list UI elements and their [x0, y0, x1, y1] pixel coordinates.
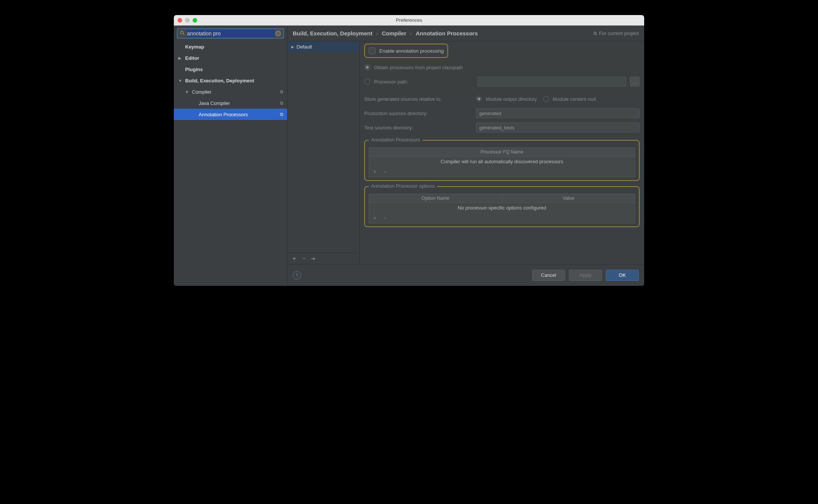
profiles-toolbar: ＋ － ⇥ [287, 253, 359, 264]
browse-button[interactable]: … [630, 77, 640, 87]
ok-button[interactable]: OK [606, 270, 639, 281]
add-processor-button[interactable]: ＋ [372, 168, 378, 175]
remove-option-button[interactable]: － [382, 214, 388, 222]
module-output-radio[interactable] [476, 96, 482, 102]
scope-label: For current project [599, 30, 639, 36]
profile-label: Default [296, 44, 312, 50]
table-header-option-name: Option Name [369, 194, 502, 202]
breadcrumb-item[interactable]: Build, Execution, Deployment [293, 30, 373, 36]
radio-label: Processor path: [374, 79, 474, 85]
titlebar: Preferences [174, 15, 644, 26]
content-row: ▶ Default ＋ － ⇥ Enable annotation proces… [287, 41, 644, 264]
fieldset-legend: Annotation Processors [369, 137, 423, 143]
tree-label: Plugins [185, 67, 203, 72]
dialog-footer: ? Cancel Apply OK [287, 264, 644, 286]
module-content-radio[interactable] [543, 96, 549, 102]
store-sources-row: Store generated sources relative to: Mod… [364, 92, 640, 106]
window-zoom-button[interactable] [193, 18, 197, 23]
tree-label: Compiler [192, 89, 211, 95]
tree-item-plugins[interactable]: ▶ Plugins [174, 64, 287, 75]
breadcrumb-item[interactable]: Compiler [382, 30, 406, 36]
svg-line-1 [183, 33, 184, 35]
processor-path-radio[interactable] [364, 79, 370, 85]
field-label: Test sources directory: [364, 125, 472, 131]
search-input[interactable] [186, 30, 275, 37]
window-close-button[interactable] [178, 18, 182, 23]
radio-label: Obtain processors from project classpath [374, 65, 463, 70]
search-icon [180, 30, 185, 36]
annotation-processors-fieldset: Annotation Processors Processor FQ Name … [364, 140, 640, 181]
tree-item-editor[interactable]: ▶ Editor [174, 52, 287, 64]
window-title: Preferences [174, 17, 644, 23]
test-dir-row: Test sources directory: generated_tests [364, 120, 640, 135]
main: Build, Execution, Deployment › Compiler … [287, 26, 644, 286]
help-button[interactable]: ? [293, 271, 301, 279]
svg-point-0 [181, 31, 183, 34]
settings-tree: ▶ Keymap ▶ Editor ▶ Plugins ▼ Build, Exe… [174, 41, 287, 286]
tree-label: Editor [185, 55, 199, 61]
add-option-button[interactable]: ＋ [372, 214, 378, 222]
add-profile-button[interactable]: ＋ [291, 255, 297, 263]
chevron-right-icon: › [410, 30, 412, 36]
scope-hint: ⧉ For current project [593, 30, 639, 36]
table-header-processor-fqname: Processor FQ Name [369, 148, 635, 156]
table-header-value: Value [502, 194, 635, 202]
preferences-window: Preferences ✕ ▶ Keymap ▶ [174, 15, 644, 286]
obtain-from-classpath-row[interactable]: Obtain processors from project classpath [364, 60, 640, 74]
breadcrumb-item-current: Annotation Processors [416, 30, 478, 36]
tree-item-build-execution-deployment[interactable]: ▼ Build, Execution, Deployment [174, 75, 287, 86]
processors-empty-text: Compiler will run all automatically disc… [369, 156, 635, 167]
test-dir-field[interactable]: generated_tests [476, 123, 640, 132]
tree-item-keymap[interactable]: ▶ Keymap [174, 41, 287, 52]
tree-label: Annotation Processors [199, 112, 248, 117]
radio-label: Module content root [553, 96, 596, 102]
field-label: Store generated sources relative to: [364, 96, 472, 102]
fieldset-legend: Annotation Processor options [369, 183, 437, 189]
processor-path-field[interactable] [477, 77, 626, 87]
remove-processor-button[interactable]: － [382, 168, 388, 175]
tree-item-compiler[interactable]: ▼ Compiler ⧉ [174, 86, 287, 97]
move-to-button[interactable]: ⇥ [311, 256, 315, 261]
chevron-down-icon: ▼ [185, 90, 192, 94]
search-box[interactable]: ✕ [177, 28, 284, 39]
window-minimize-button[interactable] [185, 18, 190, 23]
checkbox-label: Enable annotation processing [379, 48, 444, 54]
processor-path-row: Processor path: … [364, 74, 640, 89]
search-clear-button[interactable]: ✕ [275, 30, 281, 36]
field-label: Production sources directory: [364, 111, 472, 116]
chevron-down-icon: ▼ [178, 79, 185, 83]
tree-label: Build, Execution, Deployment [185, 78, 254, 83]
apply-button[interactable]: Apply [569, 270, 602, 281]
traffic-lights [178, 18, 197, 23]
tree-label: Keymap [185, 44, 204, 50]
cancel-button[interactable]: Cancel [532, 270, 565, 281]
enable-annotation-processing-row[interactable]: Enable annotation processing [364, 44, 448, 58]
body: ✕ ▶ Keymap ▶ Editor ▶ Plugins ▼ Bu [174, 26, 644, 286]
project-scope-icon: ⧉ [593, 30, 597, 36]
options-table: Option Name Value No processor-specific … [369, 194, 635, 223]
profiles-panel: ▶ Default ＋ － ⇥ [287, 41, 360, 264]
project-scope-icon: ⧉ [280, 89, 283, 94]
project-scope-icon: ⧉ [280, 100, 283, 106]
annotation-processor-options-fieldset: Annotation Processor options Option Name… [364, 186, 640, 227]
chevron-right-icon: ▶ [291, 45, 294, 49]
options-empty-text: No processor-specific options configured [369, 203, 635, 213]
production-dir-field[interactable]: generated [476, 108, 640, 118]
profile-item-default[interactable]: ▶ Default [287, 41, 359, 52]
breadcrumb: Build, Execution, Deployment › Compiler … [287, 26, 644, 41]
project-scope-icon: ⧉ [280, 112, 283, 117]
chevron-right-icon: ▶ [178, 56, 185, 60]
obtain-from-classpath-radio[interactable] [364, 64, 370, 70]
sidebar: ✕ ▶ Keymap ▶ Editor ▶ Plugins ▼ Bu [174, 26, 287, 286]
chevron-right-icon: › [376, 30, 378, 36]
settings-panel: Enable annotation processing Obtain proc… [360, 41, 644, 264]
tree-item-java-compiler[interactable]: ▶ Java Compiler ⧉ [174, 97, 287, 109]
tree-item-annotation-processors[interactable]: ▶ Annotation Processors ⧉ [174, 109, 287, 120]
tree-label: Java Compiler [199, 100, 230, 106]
production-dir-row: Production sources directory: generated [364, 106, 640, 120]
remove-profile-button[interactable]: － [301, 255, 307, 263]
radio-label: Module output directory [486, 96, 537, 102]
processors-table: Processor FQ Name Compiler will run all … [369, 147, 635, 177]
enable-annotation-processing-checkbox[interactable] [369, 47, 376, 54]
